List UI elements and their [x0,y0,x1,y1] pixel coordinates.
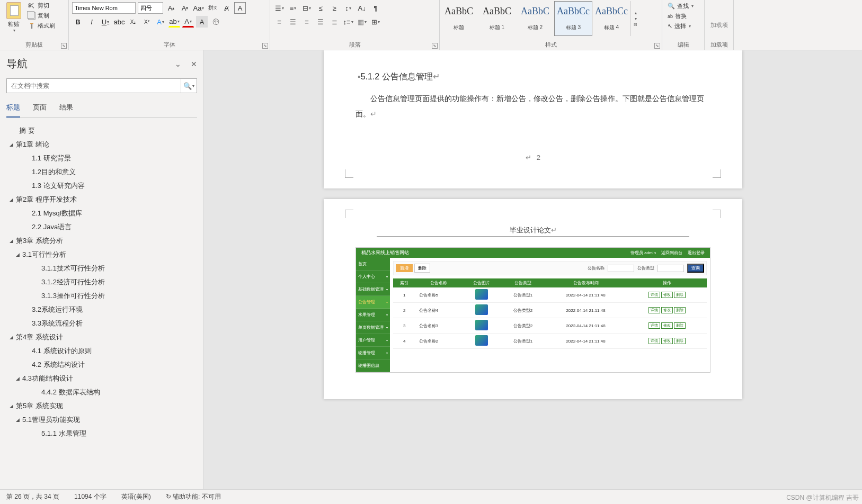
embed-action-button[interactable]: 删除 [674,307,686,313]
tree-item[interactable]: 1.3 论文研究内容 [6,179,197,193]
select-button[interactable]: ↖ 选择▾ [665,21,701,31]
embed-delete-button[interactable]: 删除 [414,264,430,273]
decrease-indent-button[interactable]: ≤ [315,2,326,14]
tree-item[interactable]: 摘 要 [6,124,197,138]
text-direction-button[interactable]: ↕▾ [342,2,354,14]
character-border-button[interactable]: A [234,2,246,14]
superscript-button[interactable]: X² [141,16,153,28]
change-case-button[interactable]: Aa▾ [193,2,205,14]
highlight-button[interactable]: ab▾ [168,16,180,28]
nav-collapse-button[interactable]: ⌄ [175,60,181,68]
cut-button[interactable]: 剪切 [26,1,57,10]
addins-button[interactable]: 加载项 [710,21,728,29]
tree-item[interactable]: 4.1 系统设计的原则 [6,344,197,358]
clipboard-launcher[interactable]: ⬊ [61,43,67,49]
nav-search-input[interactable] [7,79,181,93]
align-left-button[interactable]: ≡ [273,16,285,28]
italic-button[interactable]: I [86,16,97,28]
embed-sidebar-item[interactable]: 轮播管理▾ [356,347,390,359]
distributed-button[interactable]: ≣ [328,16,340,28]
sort-button[interactable]: A↓ [356,2,368,14]
tree-item[interactable]: 5.1.1 水果管理 [6,427,197,440]
align-right-button[interactable]: ≡ [301,16,313,28]
embed-action-button[interactable]: 详情 [648,307,660,313]
font-name-select[interactable] [72,2,136,14]
nav-tab-headings[interactable]: 标题 [6,101,20,118]
document-area[interactable]: ▪5.1.2 公告信息管理↵ 公告信息管理页面提供的功能操作有：新增公告，修改公… [204,50,862,489]
embed-sidebar-item[interactable]: 个人中心▾ [356,271,390,283]
nav-close-button[interactable]: ✕ [191,60,197,68]
embed-sidebar-item[interactable]: 首页 [356,258,390,271]
embed-action-button[interactable]: 详情 [648,338,660,344]
tree-item[interactable]: 4.2 系统结构设计 [6,358,197,372]
embed-sidebar-item[interactable]: 轮播图信息 [356,359,390,372]
style-item[interactable]: AaBbC标题 [440,1,478,36]
nav-tab-pages[interactable]: 页面 [33,101,47,117]
justify-button[interactable]: ☰ [315,16,326,28]
embed-sidebar-item[interactable]: 水果管理▾ [356,309,390,321]
tree-item[interactable]: 3.1.2经济可行性分析 [6,275,197,289]
find-button[interactable]: 🔍 查找▾ [665,1,701,11]
status-language[interactable]: 英语(美国) [121,492,151,501]
embed-filter1-input[interactable] [608,265,634,272]
character-shading-button[interactable]: A [196,16,208,28]
embed-filter2-input[interactable] [657,265,684,272]
subscript-button[interactable]: X₂ [127,16,139,28]
style-item[interactable]: AaBbC标题 1 [478,1,516,36]
styles-up-icon[interactable]: ▴ [632,11,639,15]
numbering-button[interactable]: ≡▾ [287,2,299,14]
replace-button[interactable]: ab 替换 [665,11,701,21]
embed-action-button[interactable]: 修改 [661,292,673,298]
font-size-select[interactable] [138,2,163,14]
copy-button[interactable]: 复制 [26,11,57,20]
embed-search-button[interactable]: 查询 [687,264,704,273]
tree-item[interactable]: 1.2目的和意义 [6,165,197,179]
clear-formatting-button[interactable]: A̷ [220,2,232,14]
shading-button[interactable]: ▦▾ [356,16,368,28]
tree-item[interactable]: 3.2系统运行环境 [6,303,197,317]
embed-action-button[interactable]: 删除 [674,338,686,344]
style-item[interactable]: AaBbC标题 2 [516,1,554,36]
format-painter-button[interactable]: 格式刷 [26,21,57,30]
tree-item[interactable]: 3.1.1技术可行性分析 [6,262,197,275]
embed-action-button[interactable]: 修改 [661,322,673,329]
embed-action-button[interactable]: 详情 [648,292,660,298]
tree-item[interactable]: ◢5.1管理员功能实现 [6,413,197,427]
status-accessibility[interactable]: ↻ 辅助功能: 不可用 [166,492,221,501]
tree-item[interactable]: 1.1 研究背景 [6,151,197,165]
embed-header-link[interactable]: 管理员 admin [630,250,656,256]
tree-item[interactable]: 3.3系统流程分析 [6,317,197,330]
tree-item[interactable]: ◢3.1可行性分析 [6,248,197,262]
tree-item[interactable]: ◢第1章 绪论 [6,138,197,151]
enclose-characters-button[interactable]: ㊥ [210,16,221,28]
phonetic-guide-button[interactable]: 拼文 [207,2,218,14]
font-color-button[interactable]: A▾ [182,16,194,28]
increase-indent-button[interactable]: ≥ [328,2,340,14]
font-launcher[interactable]: ⬊ [262,43,268,49]
paste-button[interactable]: 粘贴 ▾ [3,1,24,34]
embed-action-button[interactable]: 删除 [674,322,686,329]
embed-action-button[interactable]: 修改 [661,338,673,344]
tree-item[interactable]: 2.2 Java语言 [6,220,197,234]
embed-sidebar-item[interactable]: 基础数据管理▾ [356,283,390,296]
tree-item[interactable]: 3.1.3操作可行性分析 [6,289,197,303]
align-center-button[interactable]: ☰ [287,16,299,28]
tree-item[interactable]: ◢第3章 系统分析 [6,234,197,248]
show-marks-button[interactable]: ¶ [370,2,381,14]
bold-button[interactable]: B [72,16,84,28]
styles-launcher[interactable]: ⬊ [654,43,660,49]
embed-add-button[interactable]: 新增 [396,264,413,272]
tree-item[interactable]: ◢第2章 程序开发技术 [6,193,197,206]
shrink-font-button[interactable]: A▾ [179,2,191,14]
tree-item[interactable]: 2.1 Mysql数据库 [6,206,197,220]
style-item[interactable]: AaBbCc标题 3 [554,1,592,36]
multilevel-list-button[interactable]: ⊟▾ [301,2,313,14]
text-effects-button[interactable]: A▾ [155,16,166,28]
borders-button[interactable]: ⊞▾ [370,16,381,28]
line-spacing-button[interactable]: ↕≡▾ [342,16,354,28]
embed-action-button[interactable]: 详情 [648,322,660,329]
tree-item[interactable]: ◢第4章 系统设计 [6,330,197,344]
embed-header-link[interactable]: 退出登录 [688,250,705,256]
embed-sidebar-item[interactable]: 公告管理▾ [356,296,390,309]
tree-item[interactable]: ◢4.3功能结构设计 [6,372,197,385]
